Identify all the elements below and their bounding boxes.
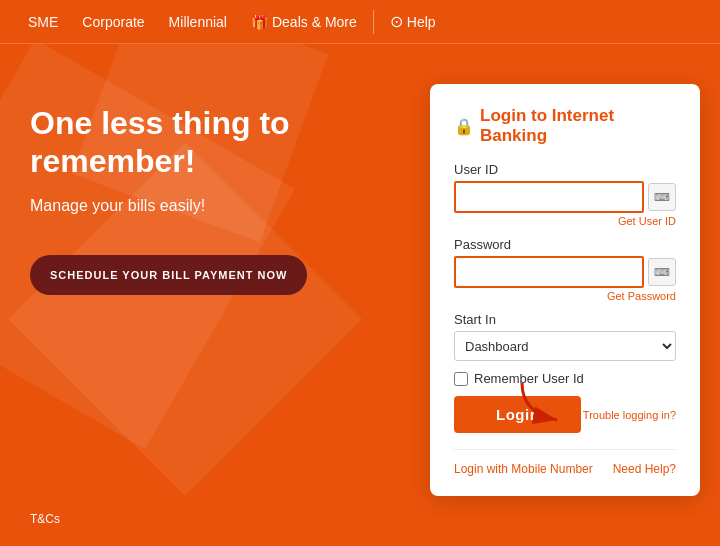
- userid-group: User ID ⌨ Get User ID: [454, 162, 676, 227]
- need-help-link[interactable]: Need Help?: [613, 462, 676, 476]
- mobile-login-link[interactable]: Login with Mobile Number: [454, 462, 593, 476]
- arrow-annotation: [512, 378, 582, 428]
- help-circle-icon: ⊙: [390, 12, 403, 31]
- get-password-link[interactable]: Get Password: [454, 290, 676, 302]
- right-panel: 🔒 Login to Internet Banking User ID ⌨ Ge…: [410, 44, 720, 546]
- keyboard-icon: ⌨: [654, 191, 670, 204]
- password-group: Password ⌨ Get Password: [454, 237, 676, 302]
- password-label: Password: [454, 237, 676, 252]
- password-input[interactable]: [454, 256, 644, 288]
- nav-millennial[interactable]: Millennial: [157, 0, 239, 44]
- nav-corporate[interactable]: Corporate: [70, 0, 156, 44]
- nav-help[interactable]: ⊙ Help: [378, 0, 448, 44]
- hero-subtitle: Manage your bills easily!: [30, 197, 380, 215]
- trouble-logging-link[interactable]: Trouble logging in?: [583, 409, 676, 421]
- userid-input-row: ⌨: [454, 181, 676, 213]
- nav-deals[interactable]: 🎁 Deals & More: [239, 0, 369, 44]
- userid-label: User ID: [454, 162, 676, 177]
- card-footer: Login with Mobile Number Need Help?: [454, 449, 676, 476]
- keyboard-icon-pw: ⌨: [654, 266, 670, 279]
- userid-input[interactable]: [454, 181, 644, 213]
- main-content: One less thing to remember! Manage your …: [0, 44, 720, 546]
- get-userid-link[interactable]: Get User ID: [454, 215, 676, 227]
- login-card: 🔒 Login to Internet Banking User ID ⌨ Ge…: [430, 84, 700, 496]
- login-title: 🔒 Login to Internet Banking: [454, 106, 676, 146]
- start-in-group: Start In Dashboard Accounts Transfers Pa…: [454, 312, 676, 361]
- navbar: SME Corporate Millennial 🎁 Deals & More …: [0, 0, 720, 44]
- nav-sme[interactable]: SME: [16, 0, 70, 44]
- arrow-container: [512, 378, 582, 432]
- lock-icon: 🔒: [454, 117, 474, 136]
- hero-title: One less thing to remember!: [30, 104, 380, 181]
- gift-icon: 🎁: [251, 14, 268, 30]
- start-in-label: Start In: [454, 312, 676, 327]
- cta-button[interactable]: SCHEDULE YOUR BILL PAYMENT NOW: [30, 255, 307, 295]
- start-in-select[interactable]: Dashboard Accounts Transfers Payments: [454, 331, 676, 361]
- userid-keyboard-button[interactable]: ⌨: [648, 183, 676, 211]
- nav-divider: [373, 10, 374, 34]
- remember-checkbox[interactable]: [454, 372, 468, 386]
- password-keyboard-button[interactable]: ⌨: [648, 258, 676, 286]
- terms-link[interactable]: T&Cs: [30, 512, 60, 526]
- left-panel: One less thing to remember! Manage your …: [0, 44, 410, 546]
- password-input-row: ⌨: [454, 256, 676, 288]
- login-bottom: Login Trouble logging in?: [454, 396, 676, 433]
